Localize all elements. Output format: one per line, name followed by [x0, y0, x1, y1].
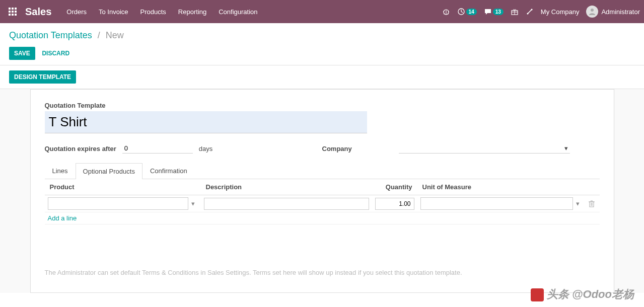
messages-badge: 13	[493, 9, 504, 15]
product-input[interactable]	[48, 197, 188, 210]
company-select[interactable]: ▾	[399, 143, 570, 154]
bug-icon	[442, 8, 450, 16]
table-row: ▾ ▾	[45, 195, 600, 212]
user-menu[interactable]: Administrator	[586, 6, 640, 18]
svg-rect-6	[9, 14, 11, 16]
app-brand[interactable]: Sales	[25, 6, 51, 18]
svg-rect-22	[590, 202, 594, 207]
delete-row-button[interactable]	[586, 195, 600, 212]
save-button[interactable]: SAVE	[9, 47, 35, 60]
gift-button[interactable]	[511, 8, 519, 16]
svg-point-20	[531, 9, 532, 11]
col-quantity: Quantity	[372, 179, 417, 195]
col-uom: Unit of Measure	[417, 179, 586, 195]
nav-configuration[interactable]: Configuration	[213, 4, 262, 20]
breadcrumb-current: New	[106, 30, 124, 40]
expires-label: Quotation expires after	[45, 145, 116, 152]
description-input[interactable]	[204, 198, 369, 210]
terms-placeholder: The Administrator can set default Terms …	[45, 265, 600, 280]
clock-icon	[457, 8, 465, 16]
person-icon	[588, 8, 596, 16]
svg-rect-5	[15, 11, 17, 13]
nav-orders[interactable]: Orders	[61, 4, 92, 20]
breadcrumb-parent[interactable]: Quotation Templates	[9, 30, 92, 40]
svg-rect-4	[12, 11, 14, 13]
company-label: Company	[322, 145, 393, 152]
nav-products[interactable]: Products	[135, 4, 171, 20]
tab-optional-products[interactable]: Optional Products	[76, 163, 142, 179]
trash-icon	[589, 200, 595, 207]
chevron-down-icon[interactable]: ▾	[573, 200, 583, 207]
chevron-down-icon[interactable]: ▾	[188, 200, 198, 207]
tab-confirmation[interactable]: Confirmation	[142, 163, 195, 179]
svg-rect-8	[15, 14, 17, 16]
watermark: 头条 @Odoo老杨	[531, 287, 634, 293]
wrench-icon	[526, 8, 534, 16]
apps-button[interactable]	[4, 3, 21, 20]
expires-input[interactable]	[122, 143, 193, 154]
uom-input[interactable]	[420, 197, 573, 210]
discard-button[interactable]: DISCARD	[37, 47, 75, 60]
template-name-input[interactable]	[45, 111, 367, 133]
expires-unit: days	[199, 145, 212, 152]
svg-rect-7	[12, 14, 14, 16]
debug-icon[interactable]	[442, 8, 450, 16]
add-line-button[interactable]: Add a line	[45, 212, 600, 224]
quantity-input[interactable]	[375, 198, 414, 210]
col-description: Description	[201, 179, 372, 195]
svg-point-21	[591, 9, 594, 12]
activities-badge: 14	[466, 9, 477, 15]
tab-lines[interactable]: Lines	[45, 163, 76, 179]
user-name: Administrator	[601, 8, 640, 16]
breadcrumb: Quotation Templates / New	[9, 30, 635, 41]
nav-to-invoice[interactable]: To Invoice	[94, 4, 133, 20]
title-label: Quotation Template	[45, 102, 600, 109]
apps-icon	[9, 8, 17, 16]
company-switcher[interactable]: My Company	[541, 8, 580, 16]
avatar	[586, 6, 598, 18]
svg-rect-3	[9, 11, 11, 13]
svg-line-11	[443, 12, 444, 12]
chat-icon	[484, 8, 492, 16]
gift-icon	[511, 8, 519, 16]
messages-button[interactable]: 13	[484, 8, 504, 16]
svg-rect-2	[15, 8, 17, 10]
svg-line-12	[448, 12, 449, 12]
col-product: Product	[45, 179, 201, 195]
design-template-button[interactable]: DESIGN TEMPLATE	[9, 70, 76, 84]
svg-point-19	[527, 13, 528, 15]
svg-rect-1	[12, 8, 14, 10]
tools-button[interactable]	[526, 8, 534, 16]
activities-button[interactable]: 14	[457, 8, 477, 16]
nav-reporting[interactable]: Reporting	[173, 4, 211, 20]
svg-rect-0	[9, 8, 11, 10]
chevron-down-icon: ▾	[564, 144, 568, 152]
